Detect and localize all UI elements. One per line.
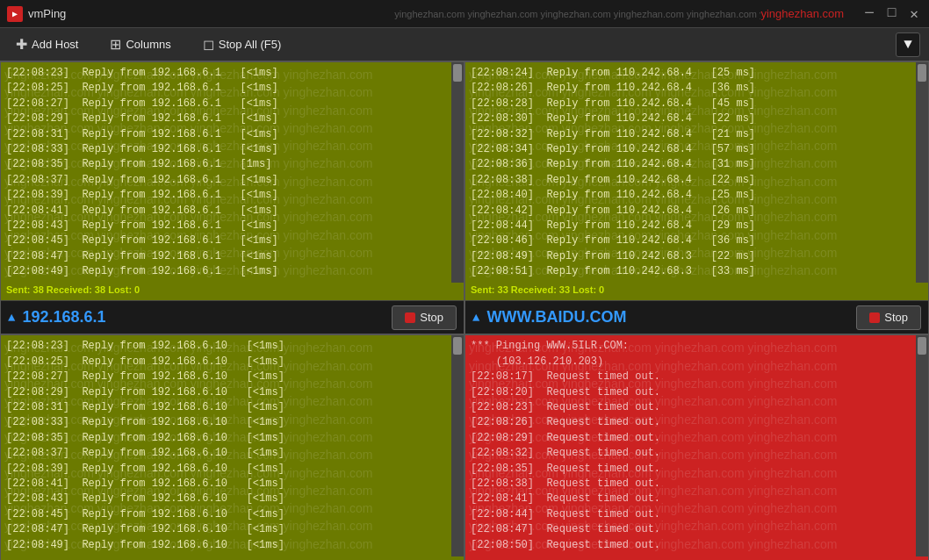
main-grid: [22:08:23] Reply from 192.168.6.1 [<1ms]… [0,61,929,560]
stop-all-button[interactable]: ◻ Stop All (F5) [196,32,289,56]
stop-icon-top-left [405,312,415,323]
scroll-thumb-bottom-left [453,337,462,355]
columns-label: Columns [126,38,170,51]
columns-button[interactable]: ⊞ Columns [103,32,177,56]
host-name-top-left: 192.168.6.1 [22,308,385,327]
scrollbar-top-left[interactable] [451,62,464,283]
minimize-btn[interactable]: ─ [861,5,877,23]
scrollbar-bottom-right[interactable] [916,335,928,556]
log-text-top-right: [22:08:24] Reply from 110.242.68.4 [25 m… [471,66,923,279]
panel-top-left: [22:08:23] Reply from 192.168.6.1 [<1ms]… [0,61,464,334]
scrollbar-top-right[interactable] [916,62,928,283]
host-bar-top-right: ▲ WWW.BAIDU.COM Stop [465,300,928,334]
log-area-top-right: [22:08:24] Reply from 110.242.68.4 [25 m… [465,62,928,283]
panel-bottom-right: *** Pinging WWW.5ILR.COM: (103.126.210.2… [464,334,929,560]
stop-label-top-left: Stop [420,311,443,324]
log-text-bottom-right: *** Pinging WWW.5ILR.COM: (103.126.210.2… [471,339,923,552]
maximize-btn[interactable]: □ [884,5,900,23]
log-text-bottom-left: [22:08:23] Reply from 192.168.6.10 [<1ms… [6,339,458,552]
plus-icon: ✚ [16,36,27,53]
stop-icon-top-right [869,312,880,323]
stop-button-top-left[interactable]: Stop [392,305,457,330]
app-title: vmPing [28,7,394,20]
add-host-button[interactable]: ✚ Add Host [9,32,85,56]
collapse-arrow-top-right[interactable]: ▲ [472,311,479,325]
panel-top-right: [22:08:24] Reply from 110.242.68.4 [25 m… [464,61,929,334]
scroll-thumb-top-left [453,64,462,82]
columns-icon: ⊞ [110,36,121,53]
panel-bottom-left: [22:08:23] Reply from 192.168.6.10 [<1ms… [0,334,464,560]
status-bar-top-left: Sent: 38 Received: 38 Lost: 0 [1,283,464,300]
scrollbar-bottom-left[interactable] [451,335,464,556]
log-area-bottom-right: *** Pinging WWW.5ILR.COM: (103.126.210.2… [465,335,928,556]
collapse-arrow-top-left[interactable]: ▲ [8,311,15,325]
log-text-top-left: [22:08:23] Reply from 192.168.6.1 [<1ms]… [6,66,458,279]
stop-label-top-right: Stop [884,311,908,324]
watermark: yinghezhan.com [760,7,844,20]
host-bar-top-left: ▲ 192.168.6.1 Stop [1,300,464,334]
status-bar-top-right: Sent: 33 Received: 33 Lost: 0 [465,283,928,300]
add-host-label: Add Host [32,38,78,51]
log-area-bottom-left: [22:08:23] Reply from 192.168.6.10 [<1ms… [1,335,464,556]
status-bar-bottom-right: Sent: 12 Received: 0 Lost: 12 [465,556,928,560]
status-bar-bottom-left: Sent: 21 Received: 21 Lost: 0 [1,556,464,560]
stop-all-icon: ◻ [203,36,214,53]
app-icon: ▶ [7,6,23,22]
toolbar: ✚ Add Host ⊞ Columns ◻ Stop All (F5) ▼ [0,28,929,61]
window-controls: ─ □ ✕ [861,5,922,23]
scroll-thumb-top-right [918,64,926,82]
title-bar: ▶ vmPing yinghezhan.com yinghezhan.com y… [0,0,929,28]
host-name-top-right: WWW.BAIDU.COM [486,308,849,327]
dropdown-button[interactable]: ▼ [896,32,920,57]
stop-button-top-right[interactable]: Stop [856,305,921,330]
close-btn[interactable]: ✕ [906,5,922,23]
scroll-thumb-bottom-right [918,337,926,355]
stop-all-label: Stop All (F5) [219,38,282,51]
log-area-top-left: [22:08:23] Reply from 192.168.6.1 [<1ms]… [1,62,464,283]
